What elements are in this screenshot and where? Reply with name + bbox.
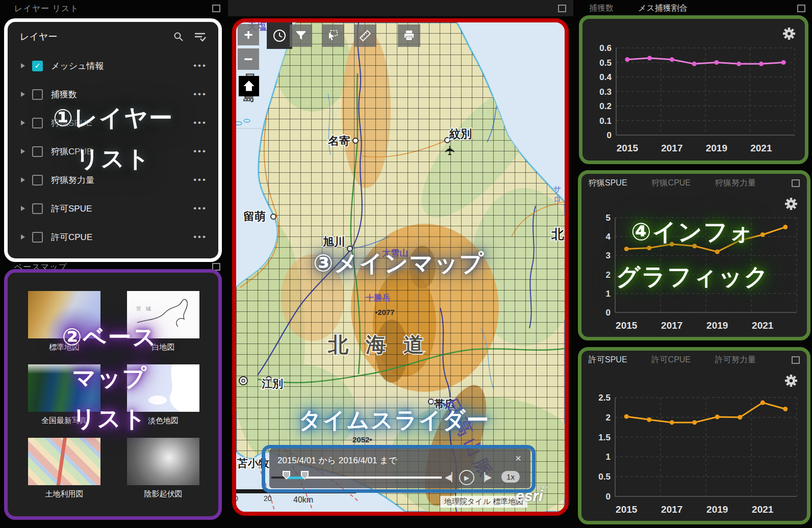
svg-text:北海道: 北海道 (327, 333, 441, 356)
layer-checkbox[interactable]: ✓ (32, 61, 43, 71)
layer-options-menu-icon[interactable]: ••• (193, 260, 207, 262)
scale-zero: 0 (234, 494, 238, 503)
layer-row-許可CPUE[interactable]: 許可CPUE••• (8, 223, 218, 251)
layer-row-狩猟SPUE[interactable]: 狩猟SPUE••• (8, 109, 218, 137)
playback-speed-button[interactable]: 1x (501, 471, 520, 483)
expand-arrow-icon[interactable] (21, 206, 25, 211)
tab-狩猟CPUE[interactable]: 狩猟CPUE (652, 178, 691, 189)
layer-row-許可努力量[interactable]: 許可努力量••• (8, 251, 218, 262)
time-slider-range-text: 2015/4/01 から 2016/4/01 まで (277, 455, 397, 466)
layer-options-menu-icon[interactable]: ••• (193, 232, 207, 242)
slider-track-past[interactable] (271, 477, 286, 479)
infographic-3-maximize-icon[interactable] (792, 356, 800, 364)
step-back-button[interactable]: ◀▏ (445, 472, 458, 483)
layer-options-menu-icon[interactable]: ••• (193, 146, 207, 156)
svg-text:•2077: •2077 (375, 308, 395, 316)
zoom-in-button[interactable]: + (238, 24, 259, 45)
layer-checkbox[interactable] (32, 89, 43, 100)
layer-checkbox[interactable] (32, 175, 43, 186)
tab-許可CPUE[interactable]: 許可CPUE (652, 355, 691, 365)
expand-arrow-icon[interactable] (21, 177, 25, 182)
expand-arrow-icon[interactable] (21, 92, 25, 97)
expand-arrow-icon[interactable] (21, 234, 25, 240)
app-window: レイヤー リスト ベースマップ レイヤー ✓メッシュ情報•••捕獲数•••狩猟S… (0, 0, 812, 528)
play-button[interactable]: ▶ (459, 470, 474, 485)
tab-許可SPUE[interactable]: 許可SPUE (589, 355, 627, 365)
basemap-card-土地利用図[interactable]: 土地利用図 (28, 438, 100, 499)
main-map[interactable]: ✈天塩尻島名寄紋別留萌旭川江別帯広苫小牧北見大雪山十勝岳•20772052•北海… (232, 18, 569, 516)
svg-text:1.5: 1.5 (598, 433, 611, 442)
layer-row-狩猟CPUE[interactable]: 狩猟CPUE••• (8, 137, 218, 166)
basemap-thumbnail[interactable]: 宮 城 (127, 291, 199, 338)
tab-狩猟努力量[interactable]: 狩猟努力量 (715, 178, 756, 189)
step-forward-button[interactable]: ▕▶ (478, 472, 492, 483)
basemap-thumbnail[interactable] (28, 364, 100, 412)
layer-checkbox[interactable] (32, 260, 43, 262)
basemap-card-標準地図[interactable]: 標準地図 (28, 291, 100, 352)
basemap-thumbnail[interactable] (127, 364, 199, 412)
select-tool-button[interactable] (322, 24, 344, 47)
select-cursor-icon (327, 30, 339, 42)
tab-捕獲数[interactable]: 捕獲数 (589, 3, 614, 14)
expand-arrow-icon[interactable] (21, 149, 25, 154)
tab-メス捕獲割合[interactable]: メス捕獲割合 (638, 3, 688, 14)
basemap-card-全国最新写真[interactable]: 全国最新写真 (28, 364, 100, 426)
infographic-1-maximize-icon[interactable] (797, 5, 805, 12)
infographic-2-maximize-icon[interactable] (792, 179, 800, 187)
basemap-thumbnail[interactable] (28, 291, 100, 338)
basemap-card-淡色地図[interactable]: 淡色地図 (127, 364, 199, 426)
layer-row-狩猟努力量[interactable]: 狩猟努力量••• (8, 166, 218, 194)
svg-text:0: 0 (607, 130, 612, 140)
layer-checkbox[interactable] (32, 203, 43, 214)
slider-track-future[interactable] (304, 477, 442, 479)
expand-arrow-icon[interactable] (21, 63, 25, 68)
layer-options-menu-icon[interactable]: ••• (193, 175, 207, 185)
layer-options-menu-icon[interactable]: ••• (193, 89, 207, 99)
layer-options-menu-icon[interactable]: ••• (193, 203, 207, 214)
filter-tool-button[interactable] (290, 24, 312, 47)
layer-label: 狩猟努力量 (51, 174, 94, 186)
svg-text:2017: 2017 (661, 320, 682, 331)
basemap-label: 土地利用図 (28, 489, 100, 499)
map-maximize-icon[interactable] (558, 5, 566, 12)
svg-text:0.6: 0.6 (599, 43, 612, 53)
basemap-card-陰影起伏図[interactable]: 陰影起伏図 (127, 438, 199, 499)
layer-checkbox[interactable] (32, 146, 43, 157)
basemap-thumbnail[interactable] (28, 438, 100, 485)
time-slider-widget[interactable]: 2015/4/01 から 2016/4/01 まで × ◀▏ ▶ ▕▶ 1x (269, 448, 530, 488)
settings-gear-icon[interactable] (784, 197, 798, 213)
filter-list-icon[interactable] (194, 32, 206, 42)
layer-row-許可SPUE[interactable]: 許可SPUE••• (8, 194, 218, 223)
svg-text:0.5: 0.5 (599, 58, 612, 68)
search-icon[interactable] (173, 32, 184, 42)
settings-gear-icon[interactable] (782, 27, 796, 42)
time-tool-button[interactable] (267, 22, 292, 49)
svg-text:2017: 2017 (661, 504, 682, 515)
layer-options-menu-icon[interactable]: ••• (193, 118, 207, 128)
close-icon[interactable]: × (515, 453, 521, 464)
layer-rows: ✓メッシュ情報•••捕獲数•••狩猟SPUE•••狩猟CPUE•••狩猟努力量•… (8, 51, 218, 262)
measure-tool-button[interactable] (354, 24, 376, 47)
svg-text:江別: 江別 (261, 378, 283, 389)
layer-row-メッシュ情報[interactable]: ✓メッシュ情報••• (8, 51, 218, 80)
settings-gear-icon[interactable] (784, 374, 798, 389)
tab-狩猟SPUE[interactable]: 狩猟SPUE (589, 178, 627, 189)
expand-arrow-icon[interactable] (21, 120, 25, 125)
zoom-out-button[interactable]: − (238, 48, 259, 70)
print-tool-button[interactable] (398, 24, 420, 47)
layer-row-捕獲数[interactable]: 捕獲数••• (8, 80, 218, 109)
layer-options-menu-icon[interactable]: ••• (193, 61, 207, 71)
scale-mid: 20 (264, 494, 272, 503)
svg-text:1: 1 (606, 452, 611, 462)
tab-許可努力量[interactable]: 許可努力量 (715, 355, 756, 365)
layer-panel-title: レイヤー (20, 31, 57, 43)
basemap-card-白地図[interactable]: 宮 城白地図 (127, 291, 199, 352)
svg-text:2021: 2021 (752, 320, 774, 331)
svg-text:大雪山: 大雪山 (382, 248, 408, 258)
home-button[interactable] (239, 76, 259, 96)
layer-checkbox[interactable] (32, 118, 43, 128)
svg-text:2021: 2021 (752, 504, 774, 515)
basemap-thumbnail[interactable] (127, 438, 199, 485)
layer-checkbox[interactable] (32, 232, 43, 243)
layer-list-maximize-icon[interactable] (212, 5, 220, 12)
